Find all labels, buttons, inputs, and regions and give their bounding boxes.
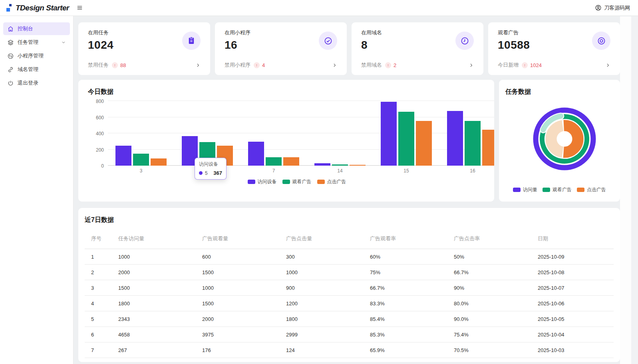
user-name: 刀客源码网 bbox=[604, 4, 630, 12]
legend-item[interactable]: 观看广告 bbox=[282, 178, 312, 185]
table-cell: 3 bbox=[85, 285, 112, 291]
column-header: 广告点击量 bbox=[280, 235, 364, 242]
table-title: 近7日数据 bbox=[85, 216, 614, 224]
table-cell: 2025-10-09 bbox=[531, 254, 614, 260]
legend-swatch bbox=[317, 180, 325, 184]
column-header: 任务访问量 bbox=[112, 235, 196, 242]
bar-访问设备[interactable] bbox=[314, 163, 330, 166]
trend-up-icon: ↑ bbox=[112, 62, 118, 68]
user-avatar-icon bbox=[595, 4, 602, 11]
table-cell: 1500 bbox=[196, 269, 280, 275]
bar-观看广告[interactable] bbox=[199, 142, 215, 166]
sidebar-item-label: 退出登录 bbox=[18, 79, 38, 87]
stat-card-active-miniprograms: 在用小程序 16 禁用小程序 ↑ 4 bbox=[215, 22, 347, 75]
bar-group-16: 16 bbox=[439, 101, 494, 166]
y-axis-tick: 800 bbox=[96, 99, 104, 104]
trend-value: 4 bbox=[262, 62, 265, 68]
legend-label: 访问设备 bbox=[258, 178, 277, 185]
legend-label: 访问量 bbox=[523, 186, 537, 193]
legend-item[interactable]: 访问设备 bbox=[248, 178, 277, 185]
table-row: 418001500120083.3%80.0%2025-10-06 bbox=[85, 296, 614, 311]
stat-footer: 禁用域名 ↑ 2 bbox=[361, 61, 474, 69]
stat-footer-label: 禁用小程序 bbox=[225, 61, 250, 69]
task-data-donut-chart[interactable] bbox=[531, 105, 598, 173]
table-cell: 2025-10-05 bbox=[531, 316, 614, 322]
table-cell: 176 bbox=[196, 347, 280, 353]
table-cell: 300 bbox=[280, 254, 364, 260]
y-axis-tick: 600 bbox=[96, 115, 104, 121]
sidebar-item-logout[interactable]: 退出登录 bbox=[3, 77, 70, 89]
table-row: 646583975299985.3%75.4%2025-10-04 bbox=[85, 327, 614, 342]
sidebar-item-dashboard[interactable]: 控制台 bbox=[3, 22, 70, 35]
table-row: 31500100090066.7%90%2025-10-07 bbox=[85, 280, 614, 296]
stat-footer-label: 禁用任务 bbox=[88, 61, 109, 69]
bar-点击广告[interactable] bbox=[416, 121, 432, 166]
table-cell: 4658 bbox=[112, 332, 196, 338]
sidebar-collapse-button[interactable] bbox=[76, 4, 83, 11]
bar-观看广告[interactable] bbox=[332, 164, 348, 166]
bar-点击广告[interactable] bbox=[151, 158, 167, 166]
table-cell: 65.9% bbox=[364, 347, 447, 353]
bar-group-bars bbox=[115, 101, 167, 166]
bar-观看广告[interactable] bbox=[266, 157, 282, 166]
bar-group-15: 15 bbox=[373, 101, 439, 166]
column-header: 日期 bbox=[531, 235, 614, 242]
app-logo: TDesign Starter bbox=[6, 3, 69, 13]
legend-label: 点击广告 bbox=[327, 178, 346, 185]
table-cell: 1500 bbox=[196, 301, 280, 307]
sidebar-item-label: 控制台 bbox=[18, 25, 33, 32]
table-cell: 3975 bbox=[196, 332, 280, 338]
app-header: TDesign Starter 刀客源码网 bbox=[0, 0, 638, 16]
legend-swatch bbox=[577, 188, 584, 192]
hamburger-icon bbox=[76, 4, 83, 11]
bar-访问设备[interactable] bbox=[447, 111, 463, 166]
table-cell: 75% bbox=[364, 269, 447, 275]
legend-swatch bbox=[513, 188, 521, 192]
table-cell: 124 bbox=[280, 347, 364, 353]
user-menu[interactable]: 刀客源码网 bbox=[595, 4, 630, 12]
legend-item[interactable]: 访问量 bbox=[513, 186, 537, 193]
column-header: 广告观看率 bbox=[364, 235, 447, 242]
task-data-card: 任务数据 访问量观看广告点击广告 bbox=[499, 80, 620, 202]
chevron-right-icon[interactable] bbox=[469, 63, 474, 68]
chevron-right-icon[interactable] bbox=[195, 63, 201, 68]
bar-访问设备[interactable] bbox=[248, 142, 264, 166]
bar-观看广告[interactable] bbox=[465, 121, 481, 166]
today-data-card: 今日数据 0200400600800 357141516 访问设备观看广告点击广… bbox=[78, 80, 494, 202]
sidebar-item-miniprogram-management[interactable]: 小程序管理 bbox=[3, 49, 70, 62]
bar-点击广告[interactable] bbox=[283, 157, 299, 166]
bar-观看广告[interactable] bbox=[398, 112, 414, 166]
bar-访问设备[interactable] bbox=[115, 146, 131, 166]
sidebar-item-domain-management[interactable]: 域名管理 bbox=[3, 63, 70, 76]
bar-group-bars bbox=[182, 101, 233, 166]
chevron-right-icon[interactable] bbox=[332, 63, 337, 68]
legend-swatch bbox=[543, 188, 550, 192]
table-cell: 75.4% bbox=[447, 332, 531, 338]
sidebar-item-task-management[interactable]: 任务管理 bbox=[3, 36, 70, 49]
bar-点击广告[interactable] bbox=[350, 165, 366, 166]
bar-访问设备[interactable] bbox=[381, 102, 397, 166]
bar-观看广告[interactable] bbox=[133, 154, 149, 166]
legend-item[interactable]: 观看广告 bbox=[543, 186, 572, 193]
table-cell: 1800 bbox=[112, 301, 196, 307]
donut-slice-ad-clicks[interactable] bbox=[564, 126, 578, 152]
logo-mark-icon bbox=[6, 3, 12, 13]
legend-label: 观看广告 bbox=[292, 178, 312, 185]
table-cell: 85.3% bbox=[364, 332, 447, 338]
bar-访问设备[interactable] bbox=[182, 136, 198, 166]
legend-swatch bbox=[248, 180, 255, 184]
table-cell: 90% bbox=[447, 285, 531, 291]
stat-card-row: 在用任务 1024 禁用任务 ↑ 88 在用小程序 16 bbox=[78, 22, 620, 75]
table-cell: 267 bbox=[112, 347, 196, 353]
table-cell: 1000 bbox=[196, 285, 280, 291]
chevron-right-icon[interactable] bbox=[605, 63, 610, 68]
legend-item[interactable]: 点击广告 bbox=[577, 186, 606, 193]
column-header: 序号 bbox=[85, 235, 112, 242]
y-axis-tick: 0 bbox=[101, 163, 104, 169]
bar-点击广告[interactable] bbox=[217, 146, 233, 166]
bar-点击广告[interactable] bbox=[482, 130, 494, 166]
vertical-scrollbar[interactable] bbox=[631, 16, 638, 364]
table-cell: 2000 bbox=[196, 316, 280, 322]
legend-item[interactable]: 点击广告 bbox=[317, 178, 346, 185]
trend-up-icon: ↑ bbox=[522, 62, 528, 68]
